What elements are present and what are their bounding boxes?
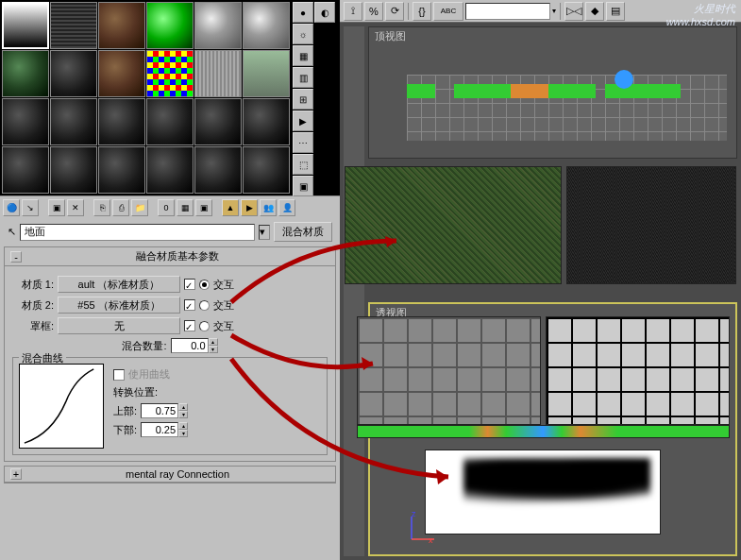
lower-input[interactable] — [141, 422, 178, 437]
interactive-label: 交互 — [213, 319, 234, 333]
mask-button[interactable]: 无 — [58, 317, 180, 334]
video-check-icon[interactable]: ⊞ — [293, 89, 313, 110]
material-slot[interactable] — [50, 50, 97, 97]
mtl-effects-icon[interactable]: 0 — [158, 199, 175, 216]
material-slot[interactable] — [98, 50, 145, 97]
upper-input[interactable] — [141, 403, 178, 418]
mix-amount-spinner[interactable]: ▴▾ — [171, 338, 218, 353]
dropdown-arrow-icon[interactable]: ▾ — [259, 225, 270, 240]
material-slot[interactable] — [243, 50, 290, 97]
material-slot[interactable] — [2, 2, 49, 49]
mat1-label: 材质 1: — [12, 278, 54, 292]
select-by-mat-icon[interactable]: ⬚ — [293, 154, 313, 175]
rollout-header[interactable]: - 融合材质基本参数 — [5, 247, 335, 266]
material-slot[interactable] — [50, 2, 97, 49]
make-unique-icon[interactable]: ⎙ — [112, 199, 129, 216]
named-sel-icon[interactable]: {} — [413, 2, 431, 21]
grass-texture-preview — [345, 166, 562, 284]
material-name-input[interactable] — [20, 224, 255, 241]
abc-icon[interactable]: ABC — [433, 2, 463, 21]
mat1-radio[interactable] — [199, 280, 210, 290]
named-selection-input[interactable] — [465, 3, 550, 20]
reset-map-icon[interactable]: ✕ — [67, 199, 84, 216]
sibling-icon[interactable]: 👥 — [260, 199, 277, 216]
go-parent-icon[interactable]: ▲ — [222, 199, 239, 216]
top-viewport[interactable]: 顶视图 — [368, 26, 737, 159]
material-slot[interactable] — [98, 146, 145, 194]
show-map-icon[interactable]: ▣ — [195, 199, 212, 216]
material-slot[interactable] — [98, 2, 145, 49]
mask-texture-preview — [425, 450, 661, 535]
background-icon[interactable]: ▦ — [293, 45, 313, 66]
material-slot[interactable] — [2, 50, 49, 97]
spinner-down-icon[interactable]: ▾ — [178, 411, 188, 418]
mat1-enable-checkbox[interactable] — [184, 279, 195, 290]
assign-to-sel-icon[interactable]: ▣ — [48, 199, 65, 216]
backlight-icon[interactable]: ☼ — [293, 24, 313, 44]
sample-uv-icon[interactable]: ▥ — [293, 67, 313, 88]
use-curve-checkbox[interactable] — [113, 369, 125, 381]
select-link-icon[interactable]: ⟟ — [344, 2, 362, 21]
material-slot[interactable] — [243, 2, 290, 49]
spinner-down-icon[interactable]: ▾ — [209, 346, 218, 353]
dropdown-icon[interactable]: ▾ — [552, 7, 556, 15]
viewport-divider[interactable] — [344, 26, 364, 556]
mat2-button[interactable]: #55 （标准材质） — [58, 297, 180, 314]
material-slot[interactable] — [146, 146, 194, 194]
collapse-icon[interactable]: - — [10, 251, 22, 263]
use-curve-label: 使用曲线 — [128, 367, 170, 382]
layer-icon[interactable]: ▤ — [606, 2, 625, 21]
make-copy-icon[interactable]: ⎘ — [93, 199, 110, 216]
material-slot[interactable] — [243, 146, 290, 194]
mask-radio[interactable] — [199, 321, 210, 331]
material-slot[interactable] — [146, 2, 194, 49]
angle-snap-icon[interactable]: ⟳ — [385, 2, 404, 21]
material-slot[interactable] — [243, 98, 290, 145]
sample-sphere-icon[interactable]: ● — [293, 2, 313, 23]
mat1-button[interactable]: ault （标准材质） — [58, 276, 180, 293]
put-to-scene-icon[interactable]: ↘ — [22, 199, 39, 216]
spinner-up-icon[interactable]: ▴ — [178, 403, 188, 411]
material-slot[interactable] — [50, 146, 97, 194]
material-slot[interactable] — [194, 2, 242, 49]
mix-amount-input[interactable] — [171, 338, 209, 353]
mask-enable-checkbox[interactable] — [184, 320, 195, 331]
options-icon[interactable]: ⋯ — [293, 132, 313, 153]
material-slot[interactable] — [146, 98, 194, 145]
make-preview-icon[interactable]: ▶ — [293, 110, 313, 131]
pick-material-icon[interactable]: ↖ — [8, 226, 16, 238]
percent-snap-icon[interactable]: % — [364, 2, 383, 21]
material-slot-grid — [0, 0, 340, 195]
mirror-icon[interactable]: ▷◁ — [564, 2, 583, 21]
put-to-lib-icon[interactable]: 📁 — [131, 199, 148, 216]
material-slot[interactable] — [146, 50, 194, 97]
mtl-library-icon[interactable]: ▣ — [293, 176, 313, 196]
sample-light-icon[interactable]: ◐ — [314, 2, 335, 23]
spinner-up-icon[interactable]: ▴ — [178, 422, 188, 430]
align-icon[interactable]: ◆ — [585, 2, 604, 21]
material-slot[interactable] — [2, 98, 49, 145]
material-slot[interactable] — [2, 146, 49, 194]
mat2-radio[interactable] — [199, 300, 210, 311]
spinner-down-icon[interactable]: ▾ — [178, 430, 188, 437]
sibling2-icon[interactable]: 👤 — [278, 199, 295, 216]
show-end-icon[interactable]: ▦ — [177, 199, 194, 216]
mat2-enable-checkbox[interactable] — [184, 299, 195, 311]
mental-ray-rollout: + mental ray Connection — [4, 466, 336, 484]
expand-icon[interactable]: + — [10, 468, 22, 480]
viewport-label: 顶视图 — [375, 29, 406, 43]
material-slot[interactable] — [194, 98, 242, 145]
rollout-header[interactable]: + mental ray Connection — [5, 467, 335, 483]
terrain-strip-preview — [357, 425, 730, 438]
material-slot[interactable] — [98, 98, 145, 145]
material-slot[interactable] — [194, 50, 242, 97]
material-slot[interactable] — [194, 146, 242, 194]
lower-spinner[interactable]: ▴▾ — [141, 422, 188, 437]
material-type-button[interactable]: 混合材质 — [274, 222, 332, 242]
spinner-up-icon[interactable]: ▴ — [209, 338, 218, 346]
material-slot[interactable] — [50, 98, 97, 145]
mix-curve-graph — [19, 364, 104, 449]
get-material-icon[interactable]: 🔵 — [3, 199, 20, 216]
go-forward-icon[interactable]: ▶ — [241, 199, 258, 216]
upper-spinner[interactable]: ▴▾ — [141, 403, 188, 418]
